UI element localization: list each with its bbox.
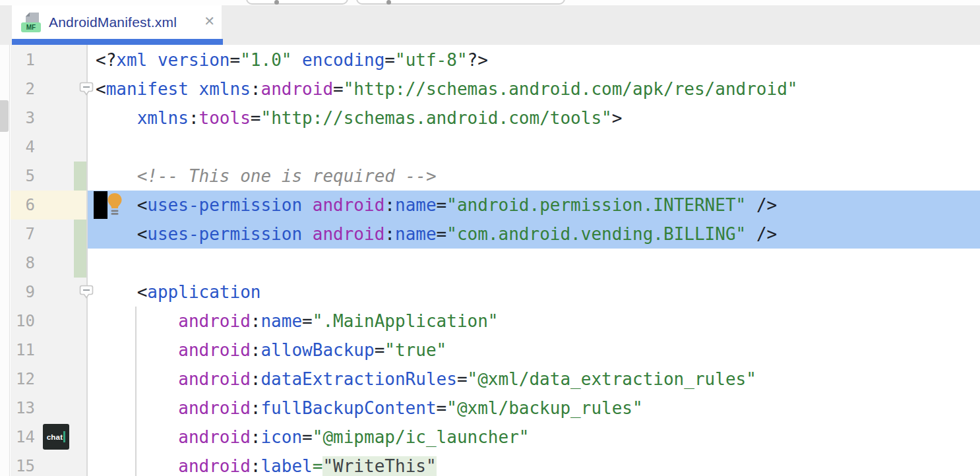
line-number-3[interactable]: 3 bbox=[11, 104, 35, 133]
code-line-3[interactable]: xmlns:tools="http://schemas.android.com/… bbox=[88, 104, 980, 133]
fold-marker-icon[interactable] bbox=[79, 285, 94, 301]
code-line-9[interactable]: <application bbox=[88, 278, 980, 307]
code-line-6[interactable]: <uses-permission android:name="android.p… bbox=[88, 191, 980, 220]
code-line-8[interactable] bbox=[88, 249, 980, 278]
manifest-file-icon: MF bbox=[21, 11, 44, 33]
code-line-1[interactable]: <?xml version="1.0" encoding="utf-8"?> bbox=[88, 45, 980, 74]
line-number-6[interactable]: 6 bbox=[11, 191, 35, 220]
code-line-2[interactable]: <manifest xmlns:android="http://schemas.… bbox=[88, 74, 980, 104]
editor-main: 123456789101112131415 <?xml version="1.0… bbox=[0, 45, 980, 476]
code-line-10[interactable]: android:name=".MainApplication" bbox=[88, 307, 980, 336]
vcs-change-bar[interactable] bbox=[74, 162, 86, 191]
code-line-13[interactable]: android:fullBackupContent="@xml/backup_r… bbox=[88, 394, 980, 423]
line-number-15[interactable]: 15 bbox=[11, 452, 35, 476]
tab-title: AndroidManifest.xml bbox=[49, 5, 177, 39]
line-number-2[interactable]: 2 bbox=[11, 74, 35, 104]
tab-androidmanifest[interactable]: MF AndroidManifest.xml ✕ bbox=[12, 5, 222, 39]
line-number-11[interactable]: 11 bbox=[11, 336, 35, 365]
file-type-badge: MF bbox=[21, 22, 41, 32]
left-scroll-thumb[interactable] bbox=[0, 100, 9, 132]
ide-window: MF AndroidManifest.xml ✕ 123456789101112… bbox=[0, 0, 980, 476]
line-number-7[interactable]: 7 bbox=[11, 220, 35, 249]
toolbar-combo-2[interactable] bbox=[356, 0, 565, 5]
line-number-10[interactable]: 10 bbox=[11, 307, 35, 336]
code-line-7[interactable]: <uses-permission android:name="com.andro… bbox=[88, 220, 980, 249]
combo-dot-icon bbox=[274, 0, 279, 5]
code-line-15[interactable]: android:label="WriteThis" bbox=[88, 452, 980, 476]
line-number-12[interactable]: 12 bbox=[11, 365, 35, 394]
editor-tab-bar: MF AndroidManifest.xml ✕ bbox=[0, 5, 980, 45]
top-toolbar-strip bbox=[0, 0, 980, 5]
line-number-5[interactable]: 5 bbox=[11, 162, 35, 191]
code-line-4[interactable] bbox=[88, 133, 980, 162]
chat-badge-label: chat bbox=[47, 433, 63, 441]
tab-close-icon[interactable]: ✕ bbox=[204, 5, 215, 39]
line-number-9[interactable]: 9 bbox=[11, 278, 35, 307]
active-tab-underline bbox=[12, 39, 223, 45]
toolbar-combo-1[interactable] bbox=[246, 0, 348, 5]
line-number-14[interactable]: 14 bbox=[11, 423, 35, 452]
left-margin bbox=[0, 45, 10, 476]
combo-dot-icon bbox=[386, 0, 391, 5]
chat-badge[interactable]: chat bbox=[43, 424, 69, 450]
code-line-14[interactable]: android:icon="@mipmap/ic_launcher" bbox=[88, 423, 980, 452]
code-line-12[interactable]: android:dataExtractionRules="@xml/data_e… bbox=[88, 365, 980, 394]
vcs-change-bar[interactable] bbox=[74, 220, 86, 278]
editor-gutter[interactable]: 123456789101112131415 bbox=[11, 45, 86, 476]
line-number-1[interactable]: 1 bbox=[11, 45, 35, 74]
code-line-11[interactable]: android:allowBackup="true" bbox=[88, 336, 980, 365]
line-number-13[interactable]: 13 bbox=[11, 394, 35, 423]
fold-marker-icon[interactable] bbox=[79, 82, 94, 98]
code-editor[interactable]: <?xml version="1.0" encoding="utf-8"?><m… bbox=[88, 45, 980, 476]
code-line-5[interactable]: <!-- This one is required --> bbox=[88, 162, 980, 191]
chat-caret bbox=[63, 431, 65, 442]
intention-lightbulb-icon[interactable] bbox=[106, 192, 123, 217]
line-number-8[interactable]: 8 bbox=[11, 249, 35, 278]
text-caret bbox=[94, 191, 107, 219]
line-number-4[interactable]: 4 bbox=[11, 133, 35, 162]
